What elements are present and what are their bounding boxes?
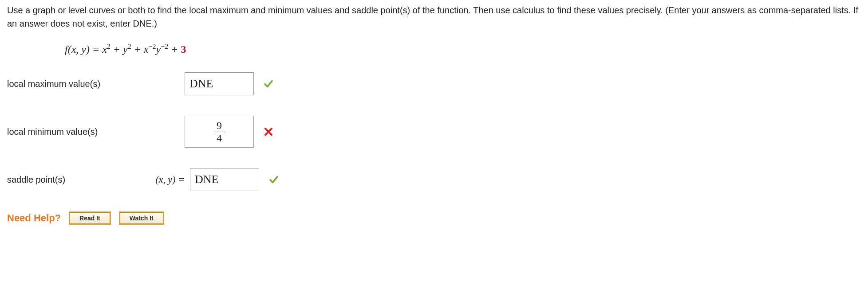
watch-it-button[interactable]: Watch It	[119, 212, 164, 225]
local-min-label: local minimum value(s)	[7, 127, 131, 137]
saddle-input[interactable]: DNE	[190, 168, 259, 191]
check-icon	[264, 79, 273, 89]
saddle-row: saddle point(s) (x, y) = DNE	[7, 167, 861, 192]
function-equation: f(x, y) = x2 + y2 + x−2y−2 + 3	[65, 43, 861, 55]
check-icon	[269, 175, 279, 184]
need-help-label: Need Help?	[7, 212, 61, 224]
saddle-label: saddle point(s)	[7, 175, 131, 185]
local-min-input[interactable]: 9 4	[185, 116, 254, 148]
local-max-input[interactable]: DNE	[185, 72, 254, 95]
instructions-text: Use a graph or level curves or both to f…	[7, 4, 861, 30]
need-help-section: Need Help? Read It Watch It	[7, 212, 861, 225]
fraction-value: 9 4	[214, 120, 225, 144]
saddle-prefix: (x, y) =	[131, 174, 185, 185]
local-max-label: local maximum value(s)	[7, 79, 131, 89]
local-max-row: local maximum value(s) DNE	[7, 71, 861, 96]
cross-icon	[264, 127, 273, 137]
local-min-row: local minimum value(s) 9 4	[7, 116, 861, 148]
read-it-button[interactable]: Read It	[69, 212, 111, 225]
